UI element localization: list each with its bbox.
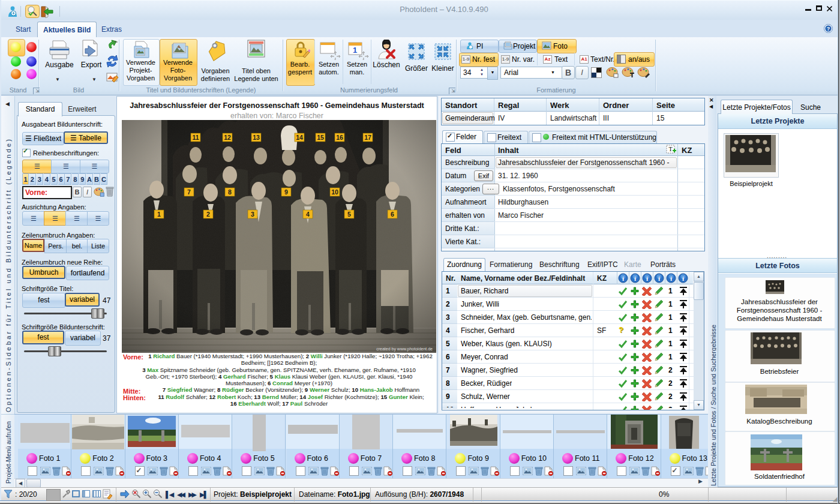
svg-text:12: 12 xyxy=(224,134,231,141)
svg-text:16: 16 xyxy=(336,134,343,141)
svg-text:3: 3 xyxy=(251,211,254,218)
svg-text:?: ? xyxy=(827,26,830,32)
svg-text:2: 2 xyxy=(206,211,210,218)
svg-text:i: i xyxy=(646,275,648,282)
svg-text:i: i xyxy=(658,275,660,282)
svg-text:15: 15 xyxy=(317,134,324,141)
svg-text:created by www.photoident.de: created by www.photoident.de xyxy=(376,347,433,352)
svg-text:9: 9 xyxy=(284,188,288,196)
svg-text:1: 1 xyxy=(353,46,357,55)
svg-text:1: 1 xyxy=(157,211,161,218)
svg-text:11: 11 xyxy=(192,134,199,141)
svg-text:6: 6 xyxy=(391,211,394,218)
svg-text:i: i xyxy=(622,275,624,282)
svg-text:T: T xyxy=(668,146,672,152)
svg-text:5: 5 xyxy=(347,211,351,218)
svg-text:i: i xyxy=(670,275,672,282)
svg-text:14: 14 xyxy=(296,134,303,141)
svg-text:4: 4 xyxy=(306,211,310,218)
svg-text:13: 13 xyxy=(253,134,260,141)
svg-text:i: i xyxy=(634,275,636,282)
svg-text:17: 17 xyxy=(364,134,371,141)
svg-text:8: 8 xyxy=(228,188,232,196)
svg-text:i: i xyxy=(682,275,684,282)
svg-text:10: 10 xyxy=(331,188,338,196)
svg-text:7: 7 xyxy=(187,188,191,196)
